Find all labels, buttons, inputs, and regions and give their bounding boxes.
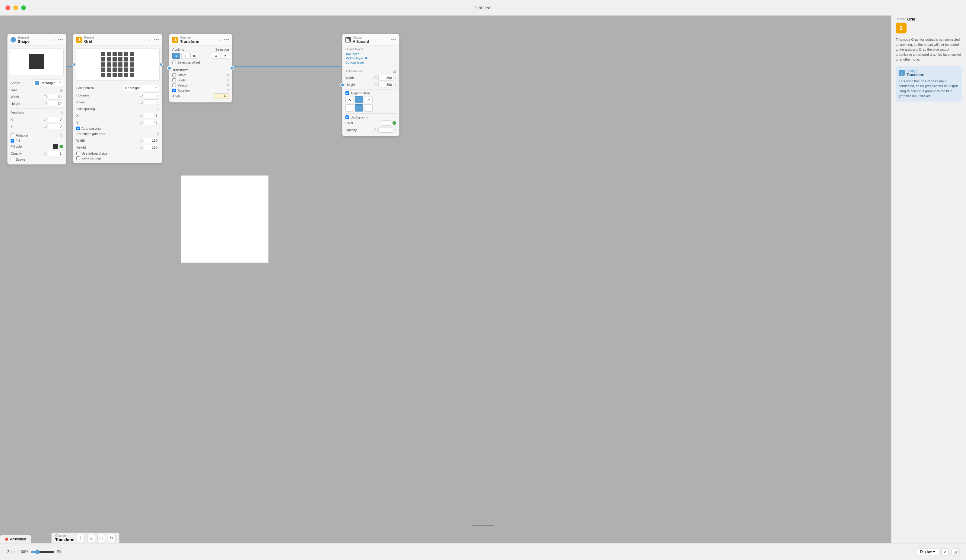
artboard-width-input[interactable]: [378, 75, 393, 80]
resize-icon[interactable]: ⊞: [951, 548, 959, 555]
artboard-input-socket[interactable]: [340, 83, 345, 87]
shape-menu-icon[interactable]: •••: [58, 37, 63, 43]
align-top-left[interactable]: ↖: [345, 96, 354, 103]
scale-checkbox[interactable]: [172, 79, 176, 82]
align-content-checkbox[interactable]: [345, 91, 349, 95]
rows-group: [140, 100, 159, 105]
grid-check-icon[interactable]: ✓: [148, 38, 152, 42]
rotation-checkbox[interactable]: [11, 134, 14, 137]
y-input[interactable]: [48, 124, 63, 129]
canvas-toolbar-globe-icon[interactable]: ⊕: [87, 534, 95, 542]
transform-output-socket[interactable]: [230, 66, 234, 70]
grid-dot: [107, 52, 111, 56]
y-value-group: [44, 124, 63, 129]
grid-x-group: [140, 113, 159, 118]
fullscreen-icon[interactable]: ⤢: [941, 548, 948, 555]
grid-y-input[interactable]: [144, 120, 159, 125]
grid-node-header: ⚠ Repeat Grid ✓ •••: [73, 34, 162, 46]
rep-width-connector: [140, 139, 143, 142]
bottom-layer-link[interactable]: Bottom layer: [345, 61, 364, 64]
maximize-button[interactable]: [21, 5, 26, 10]
width-input[interactable]: [48, 94, 63, 100]
grid-dot: [113, 62, 117, 67]
shape-header-right: ✓ •••: [53, 37, 63, 43]
radio-multi[interactable]: ⊞: [191, 53, 198, 59]
stroke-label: Stroke: [16, 158, 25, 161]
divider-1: [11, 108, 63, 108]
animation-tab-button[interactable]: Animation: [0, 535, 31, 543]
grid-dot: [113, 57, 117, 62]
fit-button[interactable]: Fit: [57, 550, 61, 554]
use-artboard-checkbox[interactable]: [76, 152, 80, 155]
columns-input[interactable]: [144, 93, 159, 98]
artboard-menu-icon[interactable]: •••: [391, 37, 396, 43]
top-layer-link[interactable]: Top layer: [345, 52, 359, 56]
x-input[interactable]: [48, 117, 63, 122]
grid-spacing-add-icon[interactable]: ⊕: [155, 106, 159, 111]
rows-input[interactable]: [144, 100, 159, 105]
zoom-slider[interactable]: [30, 549, 54, 554]
display-button[interactable]: Display ▾: [917, 549, 938, 555]
artboard-size-icon[interactable]: ⊞: [393, 69, 396, 74]
bg-opacity-connector: [374, 128, 377, 131]
radio-option2[interactable]: ▾: [221, 53, 229, 59]
canvas-toolbar-refresh-icon[interactable]: ↻: [108, 534, 115, 542]
width-value-group: [44, 94, 63, 100]
canvas-toolbar-plus-icon[interactable]: ✛: [77, 534, 85, 542]
radio-single[interactable]: ●: [172, 53, 180, 59]
middle-layer-link[interactable]: Middle layer: [345, 56, 363, 60]
offset-label: Offset: [177, 73, 186, 77]
align-middle-center[interactable]: ·: [355, 104, 363, 111]
rotation-add-icon[interactable]: ↻: [59, 133, 63, 138]
stroke-checkbox[interactable]: [11, 158, 14, 161]
grid-output-socket[interactable]: [159, 63, 163, 66]
close-button[interactable]: [5, 5, 10, 10]
bg-color-swatch[interactable]: [382, 120, 391, 126]
radio-grid[interactable]: ⠿: [181, 53, 189, 59]
transform-menu-icon[interactable]: •••: [224, 37, 229, 43]
resize-checkbox[interactable]: [172, 84, 176, 87]
fill-color-swatch[interactable]: [53, 144, 58, 149]
transform-input-socket[interactable]: [167, 66, 171, 70]
rotation-checkbox[interactable]: [172, 88, 176, 92]
align-middle-right[interactable]: →: [364, 104, 373, 111]
angle-input[interactable]: [214, 93, 229, 99]
rep-width-label: Width: [76, 139, 85, 142]
grid-x-input[interactable]: [144, 113, 159, 118]
opacity-input[interactable]: [48, 151, 63, 156]
align-middle-left[interactable]: ←: [345, 104, 354, 111]
align-top-right[interactable]: ↗: [364, 96, 373, 103]
rep-width-input[interactable]: [144, 138, 159, 143]
rep-height-input[interactable]: [144, 145, 159, 150]
extra-settings-checkbox[interactable]: [76, 156, 80, 160]
width-label: Width: [11, 95, 19, 98]
auto-spacing-checkbox[interactable]: [76, 126, 80, 130]
position-add-icon[interactable]: ⊕: [59, 110, 63, 115]
middle-layer-socket[interactable]: [365, 56, 368, 60]
shape-check-icon[interactable]: ✓: [53, 38, 56, 42]
radio-option1[interactable]: ●: [212, 53, 220, 59]
minimize-button[interactable]: [13, 5, 18, 10]
canvas-toolbar-square-icon[interactable]: ▢: [97, 534, 105, 542]
fill-checkbox[interactable]: [11, 139, 14, 142]
selection-offset-checkbox[interactable]: [172, 61, 176, 64]
transform-check-icon[interactable]: ✓: [219, 38, 222, 42]
canvas-toolbar-title-group: Change Transform: [55, 534, 74, 542]
rep-grid-icon[interactable]: ⊞: [155, 131, 159, 136]
shape-type-dropdown[interactable]: Rectangle ▾: [33, 80, 63, 86]
artboard-height-input[interactable]: [378, 82, 393, 87]
extra-settings-label: Extra settings: [81, 156, 102, 160]
height-input[interactable]: [48, 101, 63, 106]
bg-opacity-input[interactable]: [378, 127, 393, 133]
offset-row: Offset ⊕: [172, 73, 229, 77]
align-top-center[interactable]: ↑: [355, 96, 363, 103]
shape-type-icon: [35, 81, 39, 85]
size-add-icon[interactable]: ⊕: [59, 88, 63, 93]
grid-input-socket[interactable]: [72, 63, 76, 66]
offset-checkbox[interactable]: [172, 73, 176, 77]
split-handle[interactable]: [472, 525, 494, 526]
grid-pattern-dropdown[interactable]: ⠿ Straight ▾: [123, 85, 159, 91]
grid-menu-icon[interactable]: •••: [154, 37, 159, 43]
background-checkbox[interactable]: [345, 115, 349, 119]
transform-divider: [172, 66, 229, 66]
